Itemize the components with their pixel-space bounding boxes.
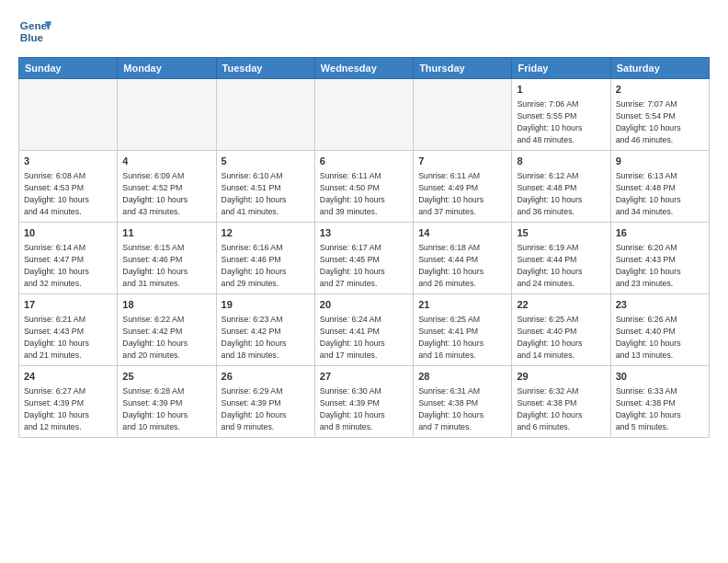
calendar-cell: 12Sunrise: 6:16 AM Sunset: 4:46 PM Dayli… <box>216 223 314 294</box>
weekday-header-tuesday: Tuesday <box>216 58 314 79</box>
day-number: 19 <box>222 298 310 312</box>
day-info: Sunrise: 6:31 AM Sunset: 4:38 PM Dayligh… <box>418 385 506 432</box>
calendar-table: SundayMondayTuesdayWednesdayThursdayFrid… <box>18 57 710 438</box>
day-info: Sunrise: 6:14 AM Sunset: 4:47 PM Dayligh… <box>24 242 112 289</box>
calendar-cell: 29Sunrise: 6:32 AM Sunset: 4:38 PM Dayli… <box>512 366 610 438</box>
day-info: Sunrise: 6:28 AM Sunset: 4:39 PM Dayligh… <box>122 385 210 432</box>
calendar-cell: 27Sunrise: 6:30 AM Sunset: 4:39 PM Dayli… <box>314 366 413 438</box>
calendar-cell: 28Sunrise: 6:31 AM Sunset: 4:38 PM Dayli… <box>414 366 512 438</box>
day-number: 20 <box>320 298 408 312</box>
day-info: Sunrise: 6:30 AM Sunset: 4:39 PM Dayligh… <box>320 385 408 432</box>
day-number: 26 <box>222 370 310 384</box>
calendar-cell: 26Sunrise: 6:29 AM Sunset: 4:39 PM Dayli… <box>216 366 314 438</box>
day-info: Sunrise: 6:22 AM Sunset: 4:42 PM Dayligh… <box>122 314 210 361</box>
day-number: 8 <box>517 155 605 168</box>
day-info: Sunrise: 6:15 AM Sunset: 4:46 PM Dayligh… <box>122 242 210 289</box>
day-number: 27 <box>320 370 408 384</box>
calendar-cell: 3Sunrise: 6:08 AM Sunset: 4:53 PM Daylig… <box>19 151 118 223</box>
day-number: 24 <box>24 370 112 384</box>
day-info: Sunrise: 6:13 AM Sunset: 4:48 PM Dayligh… <box>616 170 704 217</box>
day-info: Sunrise: 6:21 AM Sunset: 4:43 PM Dayligh… <box>24 314 112 361</box>
day-info: Sunrise: 7:07 AM Sunset: 5:54 PM Dayligh… <box>616 98 704 145</box>
page: General Blue SundayMondayTuesdayWednesda… <box>0 0 728 447</box>
day-info: Sunrise: 6:08 AM Sunset: 4:53 PM Dayligh… <box>24 170 112 217</box>
calendar-cell: 21Sunrise: 6:25 AM Sunset: 4:41 PM Dayli… <box>414 294 512 366</box>
day-number: 28 <box>418 370 506 384</box>
calendar-cell: 18Sunrise: 6:22 AM Sunset: 4:42 PM Dayli… <box>118 294 216 366</box>
calendar-cell: 22Sunrise: 6:25 AM Sunset: 4:40 PM Dayli… <box>512 294 610 366</box>
day-info: Sunrise: 6:12 AM Sunset: 4:48 PM Dayligh… <box>517 170 605 217</box>
day-info: Sunrise: 6:11 AM Sunset: 4:50 PM Dayligh… <box>320 170 408 217</box>
day-info: Sunrise: 6:29 AM Sunset: 4:39 PM Dayligh… <box>222 385 310 432</box>
week-row-5: 24Sunrise: 6:27 AM Sunset: 4:39 PM Dayli… <box>19 366 710 438</box>
day-info: Sunrise: 6:16 AM Sunset: 4:46 PM Dayligh… <box>222 242 310 289</box>
calendar-cell: 9Sunrise: 6:13 AM Sunset: 4:48 PM Daylig… <box>610 151 709 223</box>
calendar-cell: 8Sunrise: 6:12 AM Sunset: 4:48 PM Daylig… <box>512 151 610 223</box>
day-info: Sunrise: 6:18 AM Sunset: 4:44 PM Dayligh… <box>418 242 506 289</box>
day-info: Sunrise: 6:19 AM Sunset: 4:44 PM Dayligh… <box>517 242 605 289</box>
day-number: 16 <box>616 226 704 240</box>
day-info: Sunrise: 6:09 AM Sunset: 4:52 PM Dayligh… <box>122 170 210 217</box>
weekday-header-monday: Monday <box>118 58 216 79</box>
week-row-3: 10Sunrise: 6:14 AM Sunset: 4:47 PM Dayli… <box>19 223 710 294</box>
day-number: 25 <box>122 370 210 384</box>
day-info: Sunrise: 6:17 AM Sunset: 4:45 PM Dayligh… <box>320 242 408 289</box>
logo: General Blue <box>18 15 51 48</box>
calendar-cell: 6Sunrise: 6:11 AM Sunset: 4:50 PM Daylig… <box>314 151 413 223</box>
calendar-cell: 14Sunrise: 6:18 AM Sunset: 4:44 PM Dayli… <box>414 223 512 294</box>
calendar-cell: 20Sunrise: 6:24 AM Sunset: 4:41 PM Dayli… <box>314 294 413 366</box>
calendar-cell <box>118 79 216 151</box>
calendar-cell: 24Sunrise: 6:27 AM Sunset: 4:39 PM Dayli… <box>19 366 118 438</box>
day-info: Sunrise: 6:11 AM Sunset: 4:49 PM Dayligh… <box>418 170 506 217</box>
day-number: 15 <box>517 226 605 240</box>
day-number: 30 <box>616 370 704 384</box>
day-number: 6 <box>320 155 408 168</box>
day-number: 23 <box>616 298 704 312</box>
weekday-header-saturday: Saturday <box>610 58 709 79</box>
weekday-header-wednesday: Wednesday <box>314 58 413 79</box>
day-number: 18 <box>122 298 210 312</box>
day-info: Sunrise: 6:32 AM Sunset: 4:38 PM Dayligh… <box>517 385 605 432</box>
calendar-cell: 23Sunrise: 6:26 AM Sunset: 4:40 PM Dayli… <box>610 294 709 366</box>
day-number: 12 <box>222 226 310 240</box>
day-number: 21 <box>418 298 506 312</box>
calendar-cell <box>414 79 512 151</box>
day-number: 29 <box>517 370 605 384</box>
calendar-cell: 11Sunrise: 6:15 AM Sunset: 4:46 PM Dayli… <box>118 223 216 294</box>
day-number: 9 <box>616 155 704 168</box>
calendar-cell: 2Sunrise: 7:07 AM Sunset: 5:54 PM Daylig… <box>610 79 709 151</box>
header: General Blue <box>18 15 710 48</box>
day-number: 17 <box>24 298 112 312</box>
calendar-cell: 5Sunrise: 6:10 AM Sunset: 4:51 PM Daylig… <box>216 151 314 223</box>
day-number: 3 <box>24 155 112 168</box>
calendar-cell <box>216 79 314 151</box>
calendar-cell: 19Sunrise: 6:23 AM Sunset: 4:42 PM Dayli… <box>216 294 314 366</box>
calendar-cell: 10Sunrise: 6:14 AM Sunset: 4:47 PM Dayli… <box>19 223 118 294</box>
weekday-header-friday: Friday <box>512 58 610 79</box>
day-info: Sunrise: 6:25 AM Sunset: 4:41 PM Dayligh… <box>418 314 506 361</box>
day-info: Sunrise: 6:26 AM Sunset: 4:40 PM Dayligh… <box>616 314 704 361</box>
calendar-cell: 1Sunrise: 7:06 AM Sunset: 5:55 PM Daylig… <box>512 79 610 151</box>
calendar-cell <box>19 79 118 151</box>
day-info: Sunrise: 7:06 AM Sunset: 5:55 PM Dayligh… <box>517 98 605 145</box>
day-number: 5 <box>222 155 310 168</box>
calendar-cell: 25Sunrise: 6:28 AM Sunset: 4:39 PM Dayli… <box>118 366 216 438</box>
calendar-cell: 13Sunrise: 6:17 AM Sunset: 4:45 PM Dayli… <box>314 223 413 294</box>
day-info: Sunrise: 6:23 AM Sunset: 4:42 PM Dayligh… <box>222 314 310 361</box>
calendar-cell: 7Sunrise: 6:11 AM Sunset: 4:49 PM Daylig… <box>414 151 512 223</box>
weekday-header-sunday: Sunday <box>19 58 118 79</box>
calendar-cell: 15Sunrise: 6:19 AM Sunset: 4:44 PM Dayli… <box>512 223 610 294</box>
day-info: Sunrise: 6:24 AM Sunset: 4:41 PM Dayligh… <box>320 314 408 361</box>
calendar-cell: 30Sunrise: 6:33 AM Sunset: 4:38 PM Dayli… <box>610 366 709 438</box>
weekday-header-thursday: Thursday <box>414 58 512 79</box>
day-number: 2 <box>616 83 704 97</box>
day-number: 13 <box>320 226 408 240</box>
day-info: Sunrise: 6:33 AM Sunset: 4:38 PM Dayligh… <box>616 385 704 432</box>
day-number: 10 <box>24 226 112 240</box>
week-row-4: 17Sunrise: 6:21 AM Sunset: 4:43 PM Dayli… <box>19 294 710 366</box>
day-info: Sunrise: 6:25 AM Sunset: 4:40 PM Dayligh… <box>517 314 605 361</box>
day-number: 7 <box>418 155 506 168</box>
day-number: 4 <box>122 155 210 168</box>
week-row-1: 1Sunrise: 7:06 AM Sunset: 5:55 PM Daylig… <box>19 79 710 151</box>
svg-text:Blue: Blue <box>20 31 44 43</box>
